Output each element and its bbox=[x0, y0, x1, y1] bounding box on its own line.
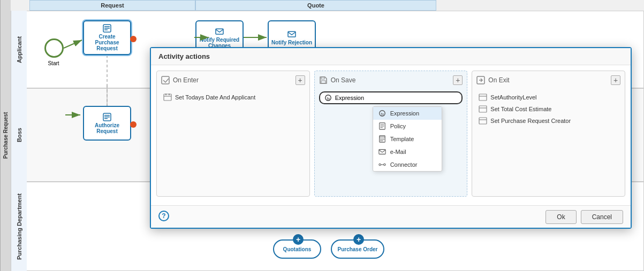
swimlane-label-purchasing: Purchasing Department bbox=[11, 182, 27, 271]
authorize-request-task[interactable]: Authorize Request bbox=[83, 106, 131, 141]
start-label: Start bbox=[40, 60, 67, 66]
svg-rect-3 bbox=[104, 29, 108, 30]
phase-quote: Quote bbox=[195, 0, 436, 11]
dropdown-expression-icon: fx bbox=[378, 110, 386, 117]
svg-rect-37 bbox=[380, 137, 384, 138]
exit-marker-authorize bbox=[130, 121, 137, 128]
svg-rect-22 bbox=[164, 94, 171, 100]
svg-rect-48 bbox=[479, 106, 487, 112]
dropdown-connector-icon bbox=[378, 161, 386, 168]
expression-button[interactable]: fx Expression bbox=[319, 91, 463, 104]
modal-title: Activity actions bbox=[151, 48, 631, 65]
pool-label: Purchase Request bbox=[0, 0, 11, 271]
svg-rect-46 bbox=[479, 94, 487, 100]
task-icon-notify-rej bbox=[287, 30, 296, 38]
on-enter-icon bbox=[161, 76, 170, 84]
svg-rect-23 bbox=[165, 94, 166, 95]
set-date-icon bbox=[163, 93, 172, 102]
dropdown-template-icon bbox=[378, 135, 386, 143]
task-icon-authorize bbox=[103, 113, 111, 121]
purchase-order-node[interactable]: + Purchase Order bbox=[331, 239, 384, 259]
svg-rect-50 bbox=[479, 118, 487, 124]
on-exit-header: On Exit + bbox=[476, 75, 620, 87]
svg-rect-1 bbox=[104, 26, 110, 27]
set-total-cost-icon bbox=[479, 105, 487, 113]
phase-request: Request bbox=[29, 0, 195, 11]
expression-icon: fx bbox=[324, 94, 332, 102]
on-save-header: On Save + bbox=[319, 75, 463, 87]
svg-text:fx: fx bbox=[381, 112, 384, 117]
svg-point-41 bbox=[379, 164, 381, 166]
expression-dropdown-container: fx Expression fx Expression bbox=[319, 91, 463, 104]
set-authority-icon bbox=[479, 93, 487, 102]
exit-marker-create bbox=[130, 36, 137, 42]
set-total-cost-item[interactable]: Set Total Cost Estimate bbox=[476, 103, 620, 115]
on-save-icon bbox=[319, 76, 328, 84]
swimlane-label-applicant: Applicant bbox=[11, 11, 27, 88]
svg-rect-7 bbox=[216, 29, 223, 34]
quotations-node[interactable]: + Quotations bbox=[273, 239, 321, 259]
set-purchase-creator-item[interactable]: Set Purchase Request Creator bbox=[476, 115, 620, 127]
on-save-panel: On Save + fx Expression bbox=[314, 71, 468, 197]
help-button[interactable]: ? bbox=[158, 211, 169, 221]
ok-button[interactable]: Ok bbox=[545, 210, 576, 224]
on-enter-panel: On Enter + Set Todays Date And Applicant bbox=[156, 71, 310, 197]
on-enter-add-btn[interactable]: + bbox=[296, 75, 305, 85]
dropdown-email-icon bbox=[378, 148, 386, 156]
task-icon-notify-req bbox=[215, 27, 224, 36]
set-todays-date-item[interactable]: Set Todays Date And Applicant bbox=[161, 91, 305, 103]
dropdown-email[interactable]: e-Mail bbox=[373, 145, 442, 158]
dropdown-policy[interactable]: Policy bbox=[373, 120, 442, 133]
svg-rect-40 bbox=[379, 150, 385, 154]
dropdown-connector[interactable]: Connector bbox=[373, 158, 442, 171]
svg-rect-24 bbox=[169, 94, 170, 95]
set-authority-level-item[interactable]: SetAuthorityLevel bbox=[476, 91, 620, 103]
on-exit-icon bbox=[476, 76, 485, 84]
on-save-add-btn[interactable]: + bbox=[453, 75, 463, 85]
svg-point-42 bbox=[383, 164, 385, 166]
svg-rect-18 bbox=[104, 118, 108, 119]
dropdown-policy-icon bbox=[378, 122, 386, 130]
set-creator-icon bbox=[479, 117, 487, 125]
on-save-dropdown-menu: fx Expression Policy bbox=[373, 106, 442, 172]
on-enter-header: On Enter + bbox=[161, 75, 305, 87]
svg-rect-16 bbox=[104, 115, 110, 116]
svg-rect-8 bbox=[288, 32, 296, 37]
dropdown-template[interactable]: Template bbox=[373, 133, 442, 145]
create-purchase-request-task[interactable]: Create Purchase Request bbox=[83, 20, 131, 55]
activity-actions-modal: Activity actions On Enter + bbox=[150, 47, 632, 229]
svg-text:fx: fx bbox=[327, 96, 330, 101]
task-icon-create bbox=[103, 24, 111, 33]
cancel-button[interactable]: Cancel bbox=[581, 210, 623, 224]
dropdown-expression[interactable]: fx Expression bbox=[373, 107, 442, 120]
modal-body: On Enter + Set Todays Date And Applicant bbox=[151, 65, 631, 202]
start-event[interactable] bbox=[44, 38, 64, 58]
svg-rect-17 bbox=[104, 117, 110, 118]
svg-rect-2 bbox=[104, 28, 110, 29]
swimlane-label-boss: Boss bbox=[11, 88, 27, 182]
on-exit-add-btn[interactable]: + bbox=[611, 75, 620, 85]
on-exit-panel: On Exit + SetAuthorityLevel Set Total Co… bbox=[472, 71, 625, 197]
modal-footer: ? Ok Cancel bbox=[151, 205, 631, 228]
